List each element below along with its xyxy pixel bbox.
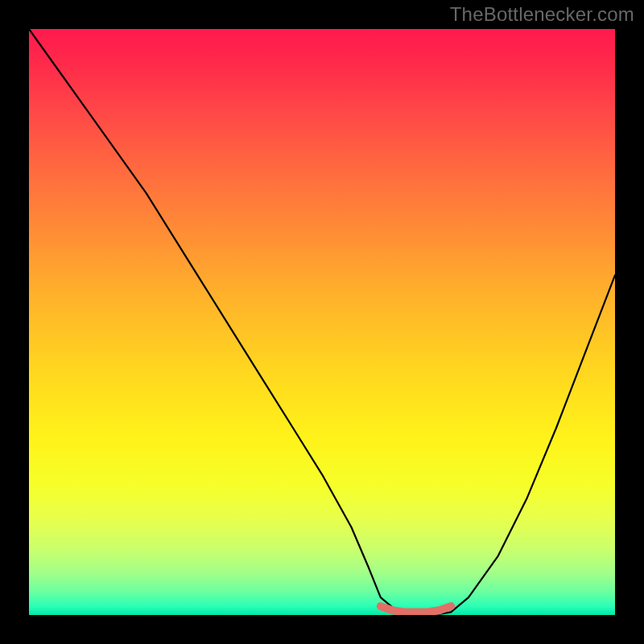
curve-layer	[29, 29, 615, 615]
watermark-text: TheBottlenecker.com	[450, 3, 634, 26]
bottleneck-curve	[29, 29, 615, 615]
optimal-marker	[381, 606, 451, 612]
chart-frame: TheBottlenecker.com	[0, 0, 644, 644]
plot-area	[29, 29, 615, 615]
